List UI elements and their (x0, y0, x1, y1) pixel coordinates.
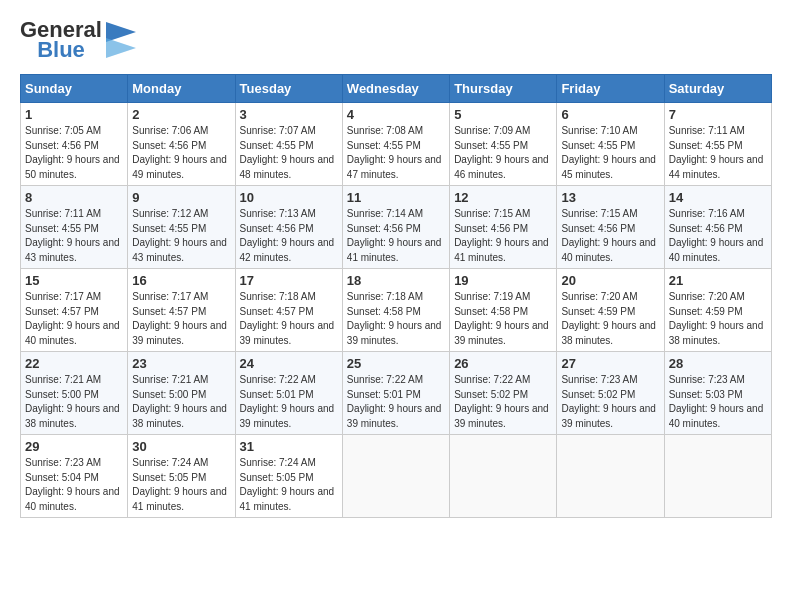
day-number: 28 (669, 356, 767, 371)
day-number: 17 (240, 273, 338, 288)
day-info: Sunrise: 7:18 AM Sunset: 4:57 PM Dayligh… (240, 290, 338, 348)
calendar-cell: 7 Sunrise: 7:11 AM Sunset: 4:55 PM Dayli… (664, 103, 771, 186)
calendar-week-1: 1 Sunrise: 7:05 AM Sunset: 4:56 PM Dayli… (21, 103, 772, 186)
calendar-cell (557, 435, 664, 518)
calendar-cell: 18 Sunrise: 7:18 AM Sunset: 4:58 PM Dayl… (342, 269, 449, 352)
calendar-cell: 23 Sunrise: 7:21 AM Sunset: 5:00 PM Dayl… (128, 352, 235, 435)
day-number: 25 (347, 356, 445, 371)
day-info: Sunrise: 7:23 AM Sunset: 5:04 PM Dayligh… (25, 456, 123, 514)
calendar-cell: 11 Sunrise: 7:14 AM Sunset: 4:56 PM Dayl… (342, 186, 449, 269)
day-number: 29 (25, 439, 123, 454)
calendar-cell: 21 Sunrise: 7:20 AM Sunset: 4:59 PM Dayl… (664, 269, 771, 352)
day-number: 6 (561, 107, 659, 122)
day-number: 31 (240, 439, 338, 454)
calendar-cell: 6 Sunrise: 7:10 AM Sunset: 4:55 PM Dayli… (557, 103, 664, 186)
day-info: Sunrise: 7:21 AM Sunset: 5:00 PM Dayligh… (132, 373, 230, 431)
day-info: Sunrise: 7:20 AM Sunset: 4:59 PM Dayligh… (561, 290, 659, 348)
day-number: 4 (347, 107, 445, 122)
day-number: 3 (240, 107, 338, 122)
calendar-page: General Blue SundayMondayTuesdayWednesda… (0, 0, 792, 528)
logo-icon (106, 22, 136, 58)
day-number: 5 (454, 107, 552, 122)
calendar-week-4: 22 Sunrise: 7:21 AM Sunset: 5:00 PM Dayl… (21, 352, 772, 435)
day-number: 12 (454, 190, 552, 205)
calendar-header-row: SundayMondayTuesdayWednesdayThursdayFrid… (21, 75, 772, 103)
calendar-cell (342, 435, 449, 518)
day-info: Sunrise: 7:22 AM Sunset: 5:01 PM Dayligh… (240, 373, 338, 431)
calendar-cell: 28 Sunrise: 7:23 AM Sunset: 5:03 PM Dayl… (664, 352, 771, 435)
calendar-header-sunday: Sunday (21, 75, 128, 103)
day-info: Sunrise: 7:24 AM Sunset: 5:05 PM Dayligh… (132, 456, 230, 514)
calendar-cell: 1 Sunrise: 7:05 AM Sunset: 4:56 PM Dayli… (21, 103, 128, 186)
calendar-cell: 8 Sunrise: 7:11 AM Sunset: 4:55 PM Dayli… (21, 186, 128, 269)
calendar-cell: 10 Sunrise: 7:13 AM Sunset: 4:56 PM Dayl… (235, 186, 342, 269)
svg-marker-1 (106, 38, 136, 58)
day-number: 2 (132, 107, 230, 122)
day-number: 10 (240, 190, 338, 205)
day-number: 11 (347, 190, 445, 205)
day-number: 24 (240, 356, 338, 371)
calendar-cell: 29 Sunrise: 7:23 AM Sunset: 5:04 PM Dayl… (21, 435, 128, 518)
day-number: 30 (132, 439, 230, 454)
calendar-body: 1 Sunrise: 7:05 AM Sunset: 4:56 PM Dayli… (21, 103, 772, 518)
day-number: 14 (669, 190, 767, 205)
calendar-header-tuesday: Tuesday (235, 75, 342, 103)
day-number: 21 (669, 273, 767, 288)
day-info: Sunrise: 7:15 AM Sunset: 4:56 PM Dayligh… (561, 207, 659, 265)
calendar-cell: 25 Sunrise: 7:22 AM Sunset: 5:01 PM Dayl… (342, 352, 449, 435)
day-info: Sunrise: 7:11 AM Sunset: 4:55 PM Dayligh… (669, 124, 767, 182)
calendar-cell: 9 Sunrise: 7:12 AM Sunset: 4:55 PM Dayli… (128, 186, 235, 269)
day-number: 13 (561, 190, 659, 205)
svg-marker-0 (106, 22, 136, 42)
day-info: Sunrise: 7:23 AM Sunset: 5:02 PM Dayligh… (561, 373, 659, 431)
calendar-cell: 12 Sunrise: 7:15 AM Sunset: 4:56 PM Dayl… (450, 186, 557, 269)
day-number: 23 (132, 356, 230, 371)
calendar-week-5: 29 Sunrise: 7:23 AM Sunset: 5:04 PM Dayl… (21, 435, 772, 518)
day-number: 7 (669, 107, 767, 122)
day-number: 9 (132, 190, 230, 205)
day-info: Sunrise: 7:10 AM Sunset: 4:55 PM Dayligh… (561, 124, 659, 182)
calendar-week-3: 15 Sunrise: 7:17 AM Sunset: 4:57 PM Dayl… (21, 269, 772, 352)
calendar-table: SundayMondayTuesdayWednesdayThursdayFrid… (20, 74, 772, 518)
day-number: 16 (132, 273, 230, 288)
day-info: Sunrise: 7:19 AM Sunset: 4:58 PM Dayligh… (454, 290, 552, 348)
day-info: Sunrise: 7:17 AM Sunset: 4:57 PM Dayligh… (132, 290, 230, 348)
day-info: Sunrise: 7:16 AM Sunset: 4:56 PM Dayligh… (669, 207, 767, 265)
calendar-cell: 4 Sunrise: 7:08 AM Sunset: 4:55 PM Dayli… (342, 103, 449, 186)
day-number: 27 (561, 356, 659, 371)
calendar-cell: 5 Sunrise: 7:09 AM Sunset: 4:55 PM Dayli… (450, 103, 557, 186)
calendar-cell: 13 Sunrise: 7:15 AM Sunset: 4:56 PM Dayl… (557, 186, 664, 269)
calendar-cell: 14 Sunrise: 7:16 AM Sunset: 4:56 PM Dayl… (664, 186, 771, 269)
calendar-cell: 19 Sunrise: 7:19 AM Sunset: 4:58 PM Dayl… (450, 269, 557, 352)
calendar-cell: 2 Sunrise: 7:06 AM Sunset: 4:56 PM Dayli… (128, 103, 235, 186)
header: General Blue (20, 18, 772, 62)
logo: General Blue (20, 18, 136, 62)
day-info: Sunrise: 7:20 AM Sunset: 4:59 PM Dayligh… (669, 290, 767, 348)
calendar-header-wednesday: Wednesday (342, 75, 449, 103)
day-info: Sunrise: 7:15 AM Sunset: 4:56 PM Dayligh… (454, 207, 552, 265)
calendar-header-thursday: Thursday (450, 75, 557, 103)
day-info: Sunrise: 7:09 AM Sunset: 4:55 PM Dayligh… (454, 124, 552, 182)
day-info: Sunrise: 7:17 AM Sunset: 4:57 PM Dayligh… (25, 290, 123, 348)
calendar-cell: 17 Sunrise: 7:18 AM Sunset: 4:57 PM Dayl… (235, 269, 342, 352)
day-number: 18 (347, 273, 445, 288)
calendar-cell: 3 Sunrise: 7:07 AM Sunset: 4:55 PM Dayli… (235, 103, 342, 186)
calendar-week-2: 8 Sunrise: 7:11 AM Sunset: 4:55 PM Dayli… (21, 186, 772, 269)
calendar-cell: 24 Sunrise: 7:22 AM Sunset: 5:01 PM Dayl… (235, 352, 342, 435)
calendar-cell: 22 Sunrise: 7:21 AM Sunset: 5:00 PM Dayl… (21, 352, 128, 435)
logo-blue: Blue (37, 38, 85, 62)
day-info: Sunrise: 7:08 AM Sunset: 4:55 PM Dayligh… (347, 124, 445, 182)
calendar-cell: 26 Sunrise: 7:22 AM Sunset: 5:02 PM Dayl… (450, 352, 557, 435)
day-info: Sunrise: 7:13 AM Sunset: 4:56 PM Dayligh… (240, 207, 338, 265)
day-number: 20 (561, 273, 659, 288)
day-info: Sunrise: 7:22 AM Sunset: 5:01 PM Dayligh… (347, 373, 445, 431)
calendar-cell: 15 Sunrise: 7:17 AM Sunset: 4:57 PM Dayl… (21, 269, 128, 352)
day-number: 8 (25, 190, 123, 205)
calendar-cell: 30 Sunrise: 7:24 AM Sunset: 5:05 PM Dayl… (128, 435, 235, 518)
day-info: Sunrise: 7:18 AM Sunset: 4:58 PM Dayligh… (347, 290, 445, 348)
day-info: Sunrise: 7:11 AM Sunset: 4:55 PM Dayligh… (25, 207, 123, 265)
calendar-cell (664, 435, 771, 518)
calendar-cell (450, 435, 557, 518)
day-number: 1 (25, 107, 123, 122)
day-number: 15 (25, 273, 123, 288)
